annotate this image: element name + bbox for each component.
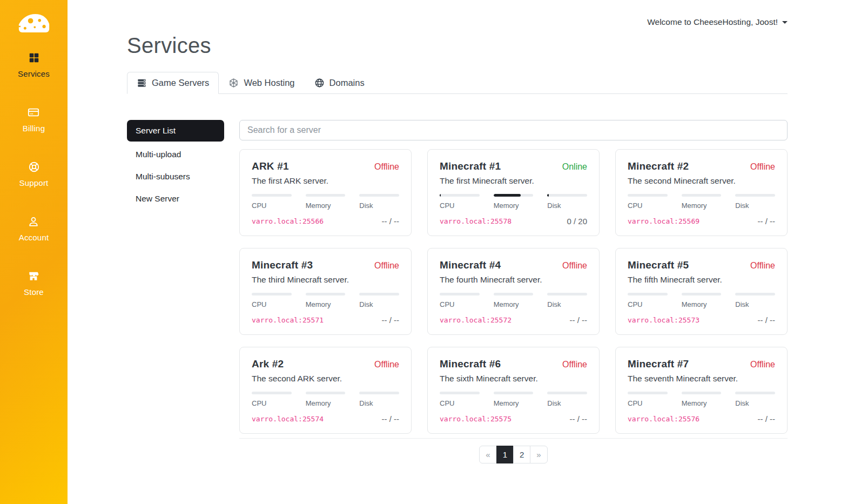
memory-meter: Memory	[306, 392, 346, 407]
cpu-progressbar	[628, 392, 668, 394]
sidebar-item[interactable]: Services	[18, 52, 50, 78]
cpu-meter: CPU	[628, 194, 668, 210]
memory-progressbar	[682, 392, 722, 394]
disk-meter: Disk	[547, 392, 587, 407]
main-content: Welcome to CheeseHosting, Joost! Service…	[68, 0, 868, 485]
status-badge: Offline	[750, 261, 775, 271]
cpu-meter: CPU	[440, 392, 480, 407]
player-count: -- / --	[570, 414, 587, 424]
pagination-next-button[interactable]: »	[530, 446, 547, 463]
status-badge: Offline	[374, 261, 399, 271]
disk-label: Disk	[735, 201, 775, 210]
subnav-item-label: Multi-upload	[136, 150, 181, 159]
server-card[interactable]: Minecraft #4 Offline The fourth Minecraf…	[427, 248, 600, 335]
tab[interactable]: Game Servers	[127, 72, 219, 94]
globe-icon	[314, 78, 325, 88]
disk-meter: Disk	[359, 392, 399, 407]
memory-label: Memory	[306, 399, 346, 407]
life-ring-icon	[28, 161, 40, 173]
user-menu[interactable]: Welcome to CheeseHosting, Joost!	[647, 17, 788, 27]
sidebar-item[interactable]: Billing	[23, 106, 45, 133]
server-description: The fourth Minecraft server.	[440, 275, 587, 285]
server-card[interactable]: Minecraft #6 Offline The sixth Minecraft…	[427, 347, 600, 434]
subnav-item[interactable]: Multi-upload	[127, 144, 224, 165]
sidebar-item-label: Store	[24, 287, 44, 297]
hexagon-icon	[228, 78, 239, 88]
sidebar-item-label: Billing	[23, 124, 45, 133]
topbar: Welcome to CheeseHosting, Joost!	[127, 16, 788, 28]
player-count: -- / --	[758, 315, 775, 325]
pagination-page-button[interactable]: 2	[513, 446, 530, 463]
tab-label: Domains	[329, 78, 365, 88]
player-count: -- / --	[758, 217, 775, 226]
subnav-item[interactable]: Multi-subusers	[127, 166, 224, 187]
server-card[interactable]: Ark #2 Offline The second ARK server. CP…	[239, 347, 412, 434]
cpu-label: CPU	[440, 300, 480, 308]
cpu-label: CPU	[252, 201, 292, 210]
status-badge: Offline	[750, 162, 775, 172]
disk-progressbar	[547, 194, 587, 197]
disk-progressbar	[359, 194, 399, 197]
cpu-label: CPU	[252, 399, 292, 407]
memory-meter: Memory	[494, 392, 534, 407]
pagination-prev-button[interactable]: «	[479, 446, 496, 463]
search-input[interactable]	[239, 120, 788, 140]
resource-meters: CPU Memory Disk	[252, 194, 399, 210]
server-name: Minecraft #4	[440, 259, 501, 271]
cpu-label: CPU	[628, 300, 668, 308]
disk-label: Disk	[359, 201, 399, 210]
status-badge: Offline	[562, 360, 587, 369]
pagination-page-button[interactable]: 1	[496, 446, 514, 463]
server-card[interactable]: Minecraft #5 Offline The fifth Minecraft…	[615, 248, 788, 335]
server-address: varro.local:25566	[252, 217, 324, 225]
server-description: The sixth Minecraft server.	[440, 374, 587, 384]
memory-meter: Memory	[682, 194, 722, 210]
player-count: 0 / 20	[567, 217, 587, 226]
subnav-item[interactable]: New Server	[127, 189, 224, 209]
sidebar-item[interactable]: Account	[19, 216, 49, 242]
server-card[interactable]: Minecraft #2 Offline The second Minecraf…	[615, 149, 788, 236]
resource-meters: CPU Memory Disk	[440, 293, 587, 308]
tab[interactable]: Domains	[305, 72, 374, 94]
cpu-progressbar	[440, 194, 480, 197]
status-badge: Offline	[750, 360, 775, 369]
store-icon	[28, 270, 39, 282]
tab[interactable]: Web Hosting	[219, 72, 304, 94]
cpu-progressbar	[628, 293, 668, 295]
chevron-down-icon	[782, 21, 788, 24]
disk-progressbar	[735, 392, 775, 394]
sidebar-item[interactable]: Store	[24, 270, 44, 297]
disk-label: Disk	[547, 201, 587, 210]
disk-label: Disk	[359, 300, 399, 308]
disk-label: Disk	[547, 399, 587, 407]
sidebar-item[interactable]: Support	[19, 161, 49, 187]
resource-meters: CPU Memory Disk	[628, 293, 775, 308]
cpu-meter: CPU	[252, 293, 292, 308]
server-description: The second ARK server.	[252, 374, 399, 384]
cpu-meter: CPU	[252, 194, 292, 210]
cpu-label: CPU	[252, 300, 292, 308]
credit-card-icon	[28, 106, 39, 118]
memory-progressbar	[494, 194, 534, 197]
server-address: varro.local:25571	[252, 316, 324, 324]
resource-meters: CPU Memory Disk	[252, 293, 399, 308]
server-card[interactable]: Minecraft #3 Offline The third Minecraft…	[239, 248, 412, 335]
cpu-progressbar	[252, 194, 292, 197]
subnav-item-label: Server List	[136, 126, 176, 135]
cpu-meter: CPU	[628, 392, 668, 407]
disk-meter: Disk	[735, 293, 775, 308]
memory-label: Memory	[494, 399, 534, 407]
disk-label: Disk	[359, 399, 399, 407]
subnav-item-label: New Server	[136, 194, 179, 203]
server-card[interactable]: Minecraft #7 Offline The seventh Minecra…	[615, 347, 788, 434]
cheese-logo	[17, 8, 51, 38]
memory-label: Memory	[494, 300, 534, 308]
subnav-item[interactable]: Server List	[127, 120, 224, 142]
tab-label: Web Hosting	[244, 78, 294, 88]
server-card[interactable]: Minecraft #1 Online The first Minecraft …	[427, 149, 600, 236]
status-badge: Offline	[562, 261, 587, 271]
tab-label: Game Servers	[152, 78, 209, 88]
server-card[interactable]: ARK #1 Offline The first ARK server. CPU	[239, 149, 412, 236]
memory-label: Memory	[494, 201, 534, 210]
disk-label: Disk	[735, 399, 775, 407]
